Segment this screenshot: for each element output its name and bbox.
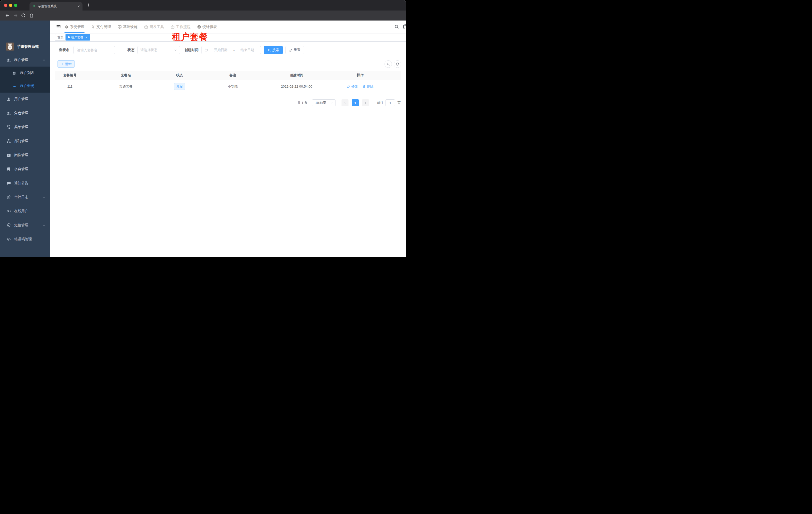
sidebar-item-label: 审计日志 xyxy=(14,195,28,199)
sidebar-item-notices[interactable]: 通知公告 xyxy=(0,177,50,190)
refresh-icon xyxy=(289,49,292,52)
sidebar-item-online-users[interactable]: 在线用户 xyxy=(0,205,50,218)
sidebar-item-label: 部门管理 xyxy=(14,139,28,143)
sidebar-item-tenant-package[interactable]: 租户套餐 xyxy=(0,80,50,92)
package-table: 套餐编号 套餐名 状态 备注 创建时间 操作 111 普通套餐 开启 小功能 2… xyxy=(55,71,401,93)
chevron-up-icon xyxy=(42,59,46,61)
edit-link-label: 修改 xyxy=(351,84,358,89)
app-title: 芋道管理系统 xyxy=(17,44,39,49)
toggle-search-button[interactable] xyxy=(384,60,392,68)
status-label: 状态 xyxy=(127,48,135,52)
create-time-label: 创建时间 xyxy=(184,48,199,52)
window-minimize-button[interactable] xyxy=(9,4,12,7)
sidebar-item-label: 用户管理 xyxy=(14,97,28,101)
sidebar-item-label: 菜单管理 xyxy=(14,125,28,129)
code-icon xyxy=(6,237,11,242)
sidebar-item-roles[interactable]: 角色管理 xyxy=(0,107,50,119)
window-zoom-button[interactable] xyxy=(14,4,17,7)
nav-item-label: 工作流程 xyxy=(176,25,191,29)
sidebar-item-tenant-list[interactable]: 租户列表 xyxy=(0,66,50,80)
dashboard-icon xyxy=(197,25,201,29)
logo-rabbit-avatar xyxy=(6,43,14,51)
tag-home[interactable]: 首页 xyxy=(55,34,66,40)
nav-item-payment[interactable]: 支付管理 xyxy=(91,21,111,33)
refresh-table-button[interactable] xyxy=(394,60,401,68)
toolbox-icon xyxy=(171,25,175,29)
page-1-button[interactable]: 1 xyxy=(352,99,359,106)
cell-remark: 小功能 xyxy=(192,80,273,93)
table-row: 111 普通套餐 开启 小功能 2022-02-22 00:54:00 修改 xyxy=(55,80,401,93)
sidebar-item-label: 角色管理 xyxy=(14,111,28,115)
sidebar-item-error-codes[interactable]: 错误码管理 xyxy=(0,233,50,246)
back-button[interactable] xyxy=(5,13,10,18)
search-button-label: 搜索 xyxy=(272,48,279,52)
sidebar-item-dictionary[interactable]: 字典管理 xyxy=(0,163,50,176)
sidebar-item-posts[interactable]: 岗位管理 xyxy=(0,148,50,162)
nav-item-label: 支付管理 xyxy=(96,25,111,29)
nav-item-dev-tools[interactable]: 研发工具 xyxy=(144,21,164,33)
package-name-field[interactable] xyxy=(77,48,112,52)
next-page-button[interactable] xyxy=(362,99,369,106)
header-status: 状态 xyxy=(167,71,192,80)
cell-actions: 修改 删除 xyxy=(320,80,401,93)
goto-unit: 页 xyxy=(398,101,401,105)
monitor-check-icon xyxy=(117,25,122,29)
header-remark: 备注 xyxy=(192,71,273,80)
toolbox-icon xyxy=(144,25,148,29)
home-button[interactable] xyxy=(29,13,34,18)
sidebar-item-menus[interactable]: 菜单管理 xyxy=(0,120,50,134)
trash-icon xyxy=(362,85,366,88)
tab-close-icon[interactable] xyxy=(77,5,80,8)
status-select[interactable]: 请选择状态 xyxy=(138,46,180,54)
people-icon xyxy=(12,71,17,75)
start-date-placeholder[interactable]: 开始日期 xyxy=(210,48,232,52)
header-package-name: 套餐名 xyxy=(85,71,167,80)
page-annotation: 租户套餐 xyxy=(172,31,208,43)
add-button[interactable]: 新增 xyxy=(58,60,75,67)
date-range-picker[interactable]: 开始日期 - 结束日期 xyxy=(202,46,261,54)
browser-window: 芋道管理系统 127.0.0.1:48080/admin-ui/system/t… xyxy=(0,0,406,257)
pencil-icon xyxy=(347,85,350,88)
reload-button[interactable] xyxy=(21,13,26,18)
forward-button[interactable] xyxy=(13,13,18,18)
search-icon[interactable] xyxy=(394,24,399,29)
people-icon xyxy=(6,58,11,62)
github-icon[interactable] xyxy=(403,24,406,29)
calendar-icon xyxy=(204,48,208,52)
package-name-input[interactable] xyxy=(74,46,115,54)
tag-close-icon[interactable] xyxy=(85,36,88,38)
new-tab-button[interactable] xyxy=(86,2,91,7)
page-size-label: 10条/页 xyxy=(315,101,326,105)
sidebar-item-users[interactable]: 用户管理 xyxy=(0,92,50,106)
tag-home-label: 首页 xyxy=(58,35,63,39)
user-icon xyxy=(6,97,11,101)
page-size-select[interactable]: 10条/页 xyxy=(312,99,336,106)
edit-link[interactable]: 修改 xyxy=(347,84,358,89)
sidebar-item-sms[interactable]: 短信管理 xyxy=(0,219,50,232)
window-close-button[interactable] xyxy=(4,4,7,7)
browser-tab[interactable]: 芋道管理系统 xyxy=(29,2,83,10)
tags-bar: 首页 租户套餐 xyxy=(50,33,406,42)
search-icon xyxy=(268,49,271,52)
pagination-total: 共 1 条 xyxy=(297,101,308,105)
prev-page-button[interactable] xyxy=(342,99,348,106)
goto-page-input[interactable] xyxy=(385,99,395,106)
add-button-label: 新增 xyxy=(65,62,71,66)
sidebar-item-audit-log[interactable]: 审计日志 xyxy=(0,191,50,204)
sidebar-item-departments[interactable]: 部门管理 xyxy=(0,135,50,147)
nav-item-infrastructure[interactable]: 基础设施 xyxy=(117,21,138,33)
reset-button[interactable]: 重置 xyxy=(286,46,304,54)
tenant-submenu: 租户列表 租户套餐 xyxy=(0,66,50,92)
chat-bubble-icon xyxy=(6,181,11,185)
delete-link[interactable]: 删除 xyxy=(362,84,374,89)
search-button[interactable]: 搜索 xyxy=(264,46,283,54)
sidebar-item-label: 字典管理 xyxy=(14,167,28,171)
collapse-sidebar-icon[interactable] xyxy=(56,24,61,29)
app-logo[interactable]: 芋道管理系统 xyxy=(6,43,39,51)
sidebar-item-tenant-group[interactable]: 租户管理 xyxy=(0,54,50,66)
nav-item-label: 基础设施 xyxy=(123,25,138,29)
badge-icon xyxy=(6,153,11,157)
end-date-placeholder[interactable]: 结束日期 xyxy=(236,48,258,52)
nav-item-system[interactable]: 系统管理 xyxy=(64,21,85,33)
tag-tenant-package[interactable]: 租户套餐 xyxy=(65,34,90,40)
